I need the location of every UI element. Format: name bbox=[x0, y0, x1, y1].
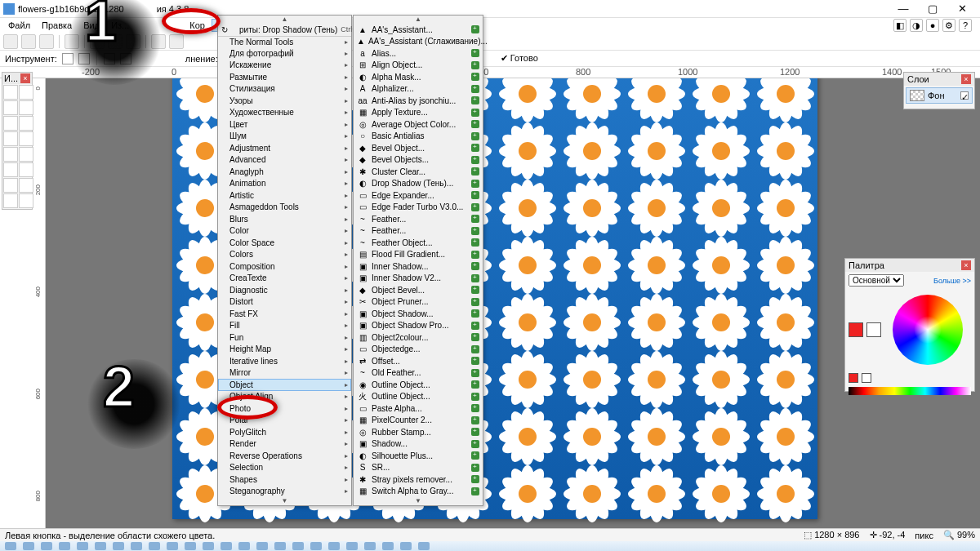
plugin-pixelcounter-2-[interactable]: ▦PixelCounter 2... bbox=[354, 415, 483, 427]
effects-cat-blurs[interactable]: Blurs▸ bbox=[218, 213, 351, 225]
taskbar-item-6[interactable] bbox=[113, 542, 124, 550]
taskbar-item-1[interactable] bbox=[23, 542, 34, 550]
plugin-flood-fill-gradient-[interactable]: ▤Flood Fill Gradient... bbox=[354, 249, 483, 261]
effects-cat--[interactable]: Цвет▸ bbox=[218, 118, 351, 131]
palette-close[interactable]: × bbox=[961, 260, 971, 270]
tool-4[interactable] bbox=[3, 116, 18, 131]
effects-cat-the-normal-tools[interactable]: The Normal Tools▸ bbox=[218, 36, 351, 48]
plugin-cluster-clear-[interactable]: ✱Cluster Clear... bbox=[354, 166, 483, 178]
status-unit[interactable]: пикс bbox=[915, 531, 933, 540]
effects-cat-steganography[interactable]: Steganography▸ bbox=[218, 486, 351, 498]
plugin-alias-[interactable]: aAlias... bbox=[354, 47, 483, 60]
plugin-paste-alpha-[interactable]: ▭Paste Alpha... bbox=[354, 402, 483, 415]
effects-cat-adjustment[interactable]: Adjustment▸ bbox=[218, 142, 351, 154]
plugin-stray-pixels-remover-[interactable]: ✱Stray pixels remover... bbox=[354, 473, 483, 486]
taskbar-item-4[interactable] bbox=[77, 542, 88, 550]
plugin-object-shadow-[interactable]: ▣Object Shadow... bbox=[354, 308, 483, 320]
tool-12[interactable] bbox=[3, 178, 18, 193]
palette-more[interactable]: Больше >> bbox=[933, 277, 971, 285]
effects-cat-iterative-lines[interactable]: Iterative lines▸ bbox=[218, 355, 351, 367]
bg-swatch[interactable] bbox=[866, 322, 881, 337]
plugin-edge-fader-turbo-v3-0-[interactable]: ▭Edge Fader Turbo V3.0... bbox=[354, 202, 483, 214]
plugin-anti-alias-by-jsonchiu-[interactable]: aaAnti-Alias by jsonchiu... bbox=[354, 95, 483, 107]
tool-5[interactable] bbox=[19, 116, 33, 131]
effects-cat-shapes[interactable]: Shapes▸ bbox=[218, 473, 351, 486]
effects-cat-fun[interactable]: Fun▸ bbox=[218, 331, 351, 344]
taskbar-item-14[interactable] bbox=[256, 542, 268, 550]
effects-cat-animation[interactable]: Animation▸ bbox=[218, 178, 351, 190]
plugin-object-shadow-pro-[interactable]: ▣Object Shadow Pro... bbox=[354, 320, 483, 332]
window-close[interactable]: ✕ bbox=[947, 0, 977, 18]
taskbar-item-5[interactable] bbox=[95, 542, 106, 550]
plugin-switch-alpha-to-gray-[interactable]: ▦Switch Alpha to Gray... bbox=[354, 486, 483, 498]
effects-cat--[interactable]: Искажение▸ bbox=[218, 60, 351, 72]
plugin-inner-shadow-v2-[interactable]: ▣Inner Shadow V2... bbox=[354, 273, 483, 285]
plugin-object-bevel-[interactable]: ◆Object Bevel... bbox=[354, 284, 483, 296]
plugin-feather-[interactable]: ~Feather... bbox=[354, 213, 483, 225]
effects-cat-fill[interactable]: Fill▸ bbox=[218, 320, 351, 332]
tb-save[interactable] bbox=[39, 34, 54, 49]
mini-sw-1[interactable] bbox=[849, 373, 858, 383]
effects-cat-selection[interactable]: Selection▸ bbox=[218, 462, 351, 474]
taskbar-item-21[interactable] bbox=[382, 542, 394, 550]
plugin-silhouette-plus-[interactable]: ◐Silhouette Plus... bbox=[354, 450, 483, 462]
taskbar-item-18[interactable] bbox=[328, 542, 340, 550]
plugin-edge-expander-[interactable]: ▭Edge Expander... bbox=[354, 189, 483, 202]
tool-11[interactable] bbox=[19, 162, 33, 177]
plugin-bevel-objects-[interactable]: ◆Bevel Objects... bbox=[354, 154, 483, 167]
effects-cat-artistic[interactable]: Artistic▸ bbox=[218, 189, 351, 202]
effects-cat-polyglitch[interactable]: PolyGlitch▸ bbox=[218, 426, 351, 438]
effects-cat--[interactable]: Размытие▸ bbox=[218, 71, 351, 83]
tool-1[interactable] bbox=[19, 85, 33, 100]
submenu-scroll-up[interactable]: ▲ bbox=[354, 16, 483, 24]
plugin-feather-object-[interactable]: ~Feather Object... bbox=[354, 237, 483, 249]
effects-cat-object[interactable]: Object▸ bbox=[218, 379, 351, 391]
effects-cat-fast-fx[interactable]: Fast FX▸ bbox=[218, 308, 351, 320]
plugin-object2colour-[interactable]: ▥Object2colour... bbox=[354, 331, 483, 344]
help-icon[interactable]: ? bbox=[959, 19, 972, 32]
plugin-rubber-stamp-[interactable]: ◎Rubber Stamp... bbox=[354, 426, 483, 438]
plugin-average-object-color-[interactable]: ◎Average Object Color... bbox=[354, 118, 483, 131]
effects-cat-color[interactable]: Color▸ bbox=[218, 225, 351, 238]
layer-visibility[interactable]: ✓ bbox=[960, 91, 969, 100]
tool-9[interactable] bbox=[19, 147, 33, 162]
menu-image[interactable]: Из... bbox=[106, 19, 134, 32]
plugin-basic-antialias[interactable]: ○Basic Antialias bbox=[354, 131, 483, 143]
plugin-bevel-object-[interactable]: ◆Bevel Object... bbox=[354, 142, 483, 154]
tool-2[interactable] bbox=[3, 100, 18, 115]
status-zoom[interactable]: 🔍 99% bbox=[943, 530, 975, 540]
plugin-feather-[interactable]: ~Feather... bbox=[354, 225, 483, 238]
effects-favorites[interactable]: ↻ риты: Drop Shadow (Тень) Ctrl+F bbox=[218, 24, 351, 36]
taskbar-item-20[interactable] bbox=[364, 542, 376, 550]
effects-cat-createxte[interactable]: CreaTexte▸ bbox=[218, 273, 351, 285]
taskbar-item-9[interactable] bbox=[167, 542, 178, 550]
opt-sw3[interactable] bbox=[104, 53, 115, 64]
tb-paste[interactable] bbox=[126, 34, 140, 49]
plugin-sr-[interactable]: SSR... bbox=[354, 462, 483, 474]
window-minimize[interactable]: — bbox=[889, 0, 918, 18]
taskbar-item-22[interactable] bbox=[400, 542, 412, 550]
taskbar-item-23[interactable] bbox=[418, 542, 430, 550]
effects-cat-diagnostic[interactable]: Diagnostic▸ bbox=[218, 284, 351, 296]
plugin-alphalizer-[interactable]: AAlphalizer... bbox=[354, 83, 483, 96]
window-maximize[interactable]: ▢ bbox=[918, 0, 947, 18]
tool-13[interactable] bbox=[19, 178, 33, 193]
dock-icon-2[interactable]: ◑ bbox=[910, 19, 923, 32]
effects-cat--[interactable]: Художественные▸ bbox=[218, 107, 351, 119]
tool-10[interactable] bbox=[3, 162, 18, 177]
tb-copy[interactable] bbox=[108, 34, 122, 49]
tool-6[interactable] bbox=[3, 131, 18, 146]
settings-icon[interactable]: ⚙ bbox=[942, 19, 956, 32]
effects-cat--[interactable]: Узоры▸ bbox=[218, 95, 351, 107]
plugin-align-object-[interactable]: ⊞Align Object... bbox=[354, 60, 483, 72]
effects-cat-asmageddon-tools[interactable]: Asmageddon Tools▸ bbox=[218, 202, 351, 214]
taskbar-item-3[interactable] bbox=[59, 542, 70, 550]
plugin-alpha-mask-[interactable]: ◐Alpha Mask... bbox=[354, 71, 483, 83]
taskbar-item-19[interactable] bbox=[346, 542, 358, 550]
effects-cat-advanced[interactable]: Advanced▸ bbox=[218, 154, 351, 167]
plugin-aa-s-assistant-[interactable]: ▲AA's_Assistant... bbox=[354, 24, 483, 36]
tb-undo[interactable] bbox=[151, 34, 166, 49]
tb-new[interactable] bbox=[3, 34, 18, 49]
effects-cat-color-space[interactable]: Color Space▸ bbox=[218, 237, 351, 249]
effects-cat-anaglyph[interactable]: Anaglyph▸ bbox=[218, 166, 351, 178]
